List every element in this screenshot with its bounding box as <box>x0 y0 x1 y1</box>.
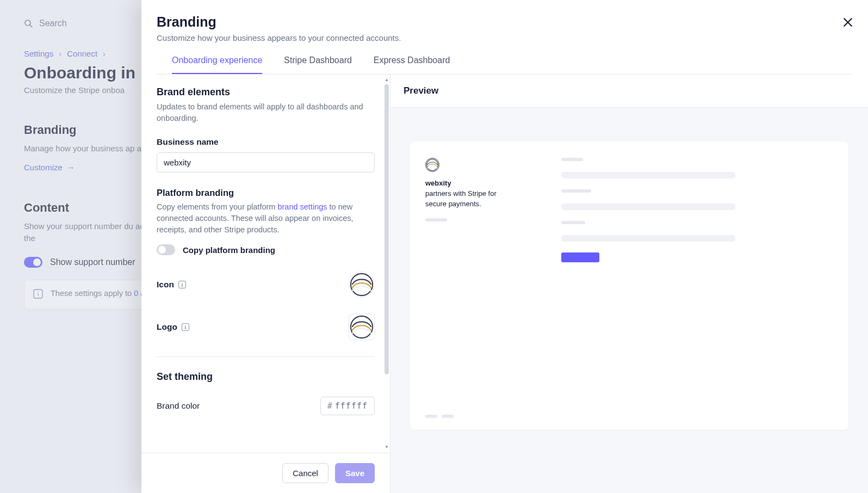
preview-brand-icon <box>425 158 439 172</box>
brand-icon <box>349 272 374 297</box>
skeleton-line <box>561 221 585 224</box>
tab-stripe-dashboard[interactable]: Stripe Dashboard <box>284 56 352 74</box>
brand-icon <box>426 158 439 171</box>
svg-text:i: i <box>37 291 39 297</box>
skeleton-footer-link <box>442 415 454 418</box>
brand-settings-link[interactable]: brand settings <box>277 202 327 211</box>
brand-color-value: ffffff <box>335 401 368 411</box>
form-scroll-container: Brand elements Updates to brand elements… <box>141 75 390 453</box>
preview-title: Preview <box>390 75 868 108</box>
modal-subtitle: Customize how your business appears to y… <box>157 33 853 42</box>
skeleton-button <box>561 252 599 262</box>
platform-desc-pre: Copy elements from your platform <box>157 202 277 211</box>
chevron-right-icon: › <box>59 49 61 58</box>
preview-card: webxity partners with Stripe for secure … <box>410 141 848 430</box>
copy-platform-branding-label: Copy platform branding <box>183 245 275 255</box>
arrow-right-icon: → <box>67 163 75 172</box>
save-button[interactable]: Save <box>335 463 375 483</box>
cancel-button[interactable]: Cancel <box>282 463 328 483</box>
scroll-up-icon[interactable]: ▲ <box>385 78 389 82</box>
modal-footer: Cancel Save <box>141 453 390 493</box>
scrollbar[interactable]: ▲ ▼ <box>383 78 390 449</box>
preview-business-name: webxity <box>425 178 512 189</box>
icon-upload[interactable] <box>349 272 375 298</box>
brand-logo <box>349 315 374 340</box>
skeleton-input <box>561 235 735 242</box>
preview-panel: Preview webxity partners with Stripe for… <box>390 75 868 493</box>
modal-body: Brand elements Updates to brand elements… <box>141 75 868 493</box>
info-prefix: These settings apply to <box>51 289 134 298</box>
brand-elements-title: Brand elements <box>157 87 375 98</box>
icon-label: Icon <box>157 280 174 289</box>
scroll-down-icon[interactable]: ▼ <box>385 445 389 449</box>
set-theming-title: Set theming <box>157 371 375 383</box>
form-panel: Brand elements Updates to brand elements… <box>141 75 390 493</box>
skeleton-input <box>561 204 735 210</box>
brand-color-label: Brand color <box>157 401 200 411</box>
modal-header: Branding Customize how your business app… <box>141 0 868 75</box>
support-toggle-label: Show support number <box>50 257 135 267</box>
support-number-toggle[interactable] <box>24 257 42 268</box>
tabs: Onboarding experience Stripe Dashboard E… <box>157 56 853 75</box>
branding-modal: Branding Customize how your business app… <box>141 0 868 493</box>
info-icon[interactable]: i <box>178 281 186 288</box>
brand-elements-desc: Updates to brand elements will apply to … <box>157 101 375 124</box>
customize-link-label: Customize <box>24 163 63 172</box>
brand-color-input[interactable]: #ffffff <box>320 397 375 415</box>
skeleton-line <box>561 158 583 161</box>
form-scroll[interactable]: Brand elements Updates to brand elements… <box>141 75 390 453</box>
customize-link[interactable]: Customize → <box>24 163 75 172</box>
logo-upload[interactable] <box>349 314 375 340</box>
chevron-right-icon: › <box>103 49 106 58</box>
section-divider <box>157 356 375 357</box>
modal-title: Branding <box>157 14 853 30</box>
tab-express-dashboard[interactable]: Express Dashboard <box>374 56 450 74</box>
business-name-label: Business name <box>157 137 375 147</box>
search-icon <box>24 19 33 28</box>
close-button[interactable] <box>843 17 853 29</box>
tab-onboarding-experience[interactable]: Onboarding experience <box>172 56 262 74</box>
skeleton-footer-link <box>425 415 437 418</box>
scrollbar-thumb[interactable] <box>385 84 389 374</box>
platform-branding-desc: Copy elements from your platform brand s… <box>157 201 375 236</box>
info-icon: i <box>33 289 43 300</box>
svg-line-2 <box>30 25 32 27</box>
preview-tagline: partners with Stripe for secure payments… <box>425 189 512 209</box>
business-name-input[interactable] <box>157 152 375 172</box>
breadcrumb-settings[interactable]: Settings <box>24 49 53 58</box>
breadcrumb-connect[interactable]: Connect <box>67 49 97 58</box>
search-placeholder-text: Search <box>39 19 67 28</box>
hash-prefix: # <box>327 401 333 411</box>
skeleton-line <box>561 189 591 193</box>
platform-branding-title: Platform branding <box>157 188 375 198</box>
logo-label: Logo <box>157 322 177 332</box>
skeleton-input <box>561 172 735 178</box>
preview-body: webxity partners with Stripe for secure … <box>390 108 868 493</box>
close-icon <box>843 17 853 27</box>
copy-platform-branding-toggle[interactable] <box>157 244 175 255</box>
skeleton-line <box>425 218 447 221</box>
preview-left-column: webxity partners with Stripe for secure … <box>425 158 512 414</box>
preview-right-column <box>561 158 735 414</box>
info-icon[interactable]: i <box>182 323 189 331</box>
